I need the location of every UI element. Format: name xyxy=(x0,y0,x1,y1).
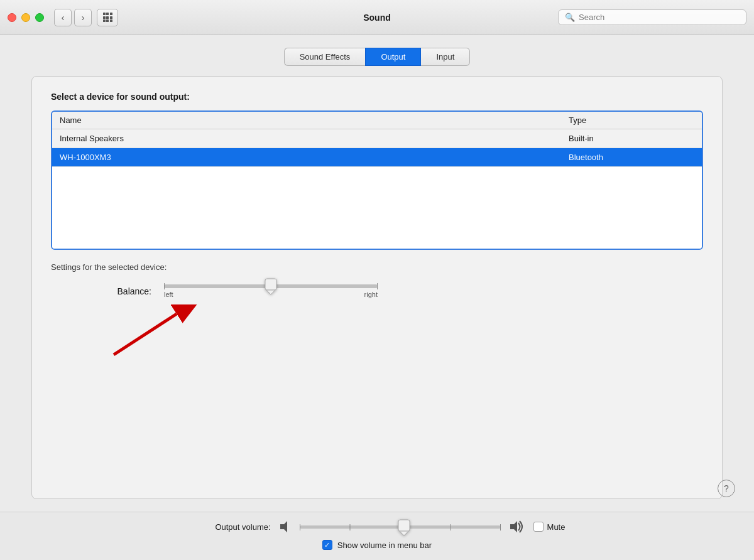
col-header-name: Name xyxy=(60,116,569,125)
table-empty-area xyxy=(52,167,702,249)
back-button[interactable]: ‹ xyxy=(54,9,72,26)
tabs: Sound Effects Output Input xyxy=(284,48,471,66)
balance-label: Balance: xyxy=(51,286,151,296)
search-box[interactable]: 🔍 xyxy=(558,9,746,25)
table-row-selected[interactable]: WH-1000XM3 Bluetooth xyxy=(52,148,702,167)
balance-slider-track[interactable] xyxy=(164,284,378,288)
svg-marker-6 xyxy=(400,531,408,536)
help-button[interactable]: ? xyxy=(718,480,735,497)
minimize-button[interactable] xyxy=(21,13,30,22)
settings-label: Settings for the selected device: xyxy=(51,262,703,272)
device-type-0: Built-in xyxy=(569,134,694,143)
balance-left-label: left xyxy=(164,291,173,298)
svg-rect-5 xyxy=(398,520,410,531)
titlebar: ‹ › Sound 🔍 xyxy=(0,0,754,35)
col-header-type: Type xyxy=(569,116,694,125)
device-table: Name Type Internal Speakers Built-in WH-… xyxy=(51,110,703,250)
search-input[interactable] xyxy=(579,13,740,22)
svg-marker-1 xyxy=(266,290,275,294)
mute-section: Mute xyxy=(533,522,566,532)
annotation-area xyxy=(51,304,703,361)
balance-slider-thumb[interactable] xyxy=(265,278,277,294)
tab-output[interactable]: Output xyxy=(365,48,421,66)
volume-row: Output volume: Mute xyxy=(189,520,566,534)
section-title: Select a device for sound output: xyxy=(51,92,703,102)
mute-label: Mute xyxy=(547,522,566,532)
device-name-1: WH-1000XM3 xyxy=(60,153,569,162)
search-icon: 🔍 xyxy=(565,13,575,22)
volume-slider-track[interactable] xyxy=(300,525,501,529)
show-volume-checkbox[interactable]: ✓ xyxy=(322,540,332,550)
bottom-bar: Output volume: Mute ✓ xyxy=(0,512,754,560)
table-row[interactable]: Internal Speakers Built-in xyxy=(52,129,702,148)
svg-marker-4 xyxy=(280,521,287,532)
nav-buttons: ‹ › xyxy=(54,9,92,26)
mute-checkbox[interactable] xyxy=(533,522,544,532)
grid-button[interactable] xyxy=(97,9,118,26)
red-arrow-annotation xyxy=(89,304,214,361)
main-content: Sound Effects Output Input Select a devi… xyxy=(0,35,754,512)
volume-low-icon xyxy=(278,520,292,534)
maximize-button[interactable] xyxy=(35,13,44,22)
grid-icon xyxy=(103,13,112,22)
panel: Select a device for sound output: Name T… xyxy=(31,76,723,499)
balance-slider-container: left right xyxy=(164,284,378,298)
volume-slider-thumb[interactable] xyxy=(398,519,410,536)
tab-input[interactable]: Input xyxy=(421,48,470,66)
volume-high-icon xyxy=(508,520,526,534)
svg-rect-0 xyxy=(265,279,276,290)
volume-label: Output volume: xyxy=(189,522,271,532)
traffic-lights xyxy=(8,13,44,22)
table-header: Name Type xyxy=(52,112,702,129)
forward-button[interactable]: › xyxy=(74,9,92,26)
svg-marker-7 xyxy=(510,521,517,532)
device-name-0: Internal Speakers xyxy=(60,134,569,143)
close-button[interactable] xyxy=(8,13,16,22)
show-volume-label: Show volume in menu bar xyxy=(337,541,432,550)
tab-sound-effects[interactable]: Sound Effects xyxy=(284,48,366,66)
window-title: Sound xyxy=(363,13,391,23)
balance-section: Balance: left right xyxy=(51,284,703,298)
device-type-1: Bluetooth xyxy=(569,153,694,162)
show-volume-row: ✓ Show volume in menu bar xyxy=(322,540,432,550)
svg-line-3 xyxy=(114,314,177,355)
balance-right-label: right xyxy=(364,291,378,298)
